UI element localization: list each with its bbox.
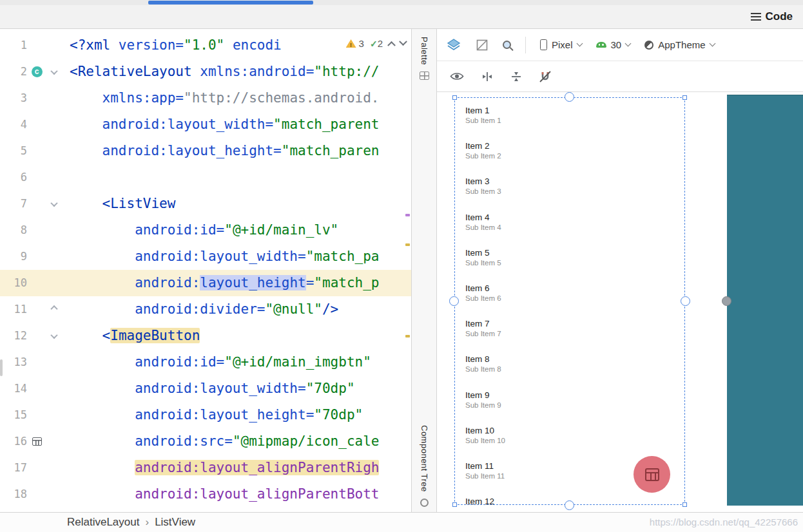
error-stripe-mark[interactable] [405,214,410,216]
code-line[interactable]: 12 <ImageButton [0,323,411,349]
fold-slot [46,307,62,312]
fold-down-icon[interactable] [50,199,57,206]
code-line[interactable]: 8 android:id="@+id/main_lv" [0,217,411,243]
code-line[interactable]: 18 android:layout_alignParentBott [0,481,411,508]
breadcrumb-relativelayout[interactable]: RelativeLayout [67,516,139,529]
code-text [67,164,70,191]
panel-drag-handle[interactable] [722,296,731,306]
list-item-subtitle: Sub Item 3 [465,187,684,195]
code-line[interactable]: 13 android:id="@+id/main_imgbtn" [0,349,411,375]
code-line[interactable]: 16 android:src="@mipmap/icon_cale [0,428,411,455]
code-editor[interactable]: 1<?xml version="1.0" encodi2c<RelativeLa… [0,29,411,512]
resize-handle-bottom-left[interactable] [452,502,457,507]
resize-handle-right[interactable] [681,296,690,306]
list-item[interactable]: Item 12 [465,497,684,504]
component-tree-label: Component Tree [420,425,429,492]
layers-icon[interactable] [446,38,461,52]
list-item-subtitle: Sub Item 6 [465,294,684,302]
api-level-label: 30 [611,39,622,50]
code-line[interactable]: 3 xmlns:app="http://schemas.android. [0,85,411,111]
gutter: 5 [0,138,67,164]
line-number: 17 [0,455,27,481]
align-horizontal-icon[interactable] [481,71,494,82]
blueprint-surface[interactable] [727,95,803,506]
code-line[interactable]: 17 android:layout_alignParentRigh [0,455,411,481]
list-item[interactable]: Item 7Sub Item 7 [465,319,684,354]
design-actions-toolbar [437,61,803,92]
code-line[interactable]: 10 android:layout_height="match_p [0,270,411,296]
view-options-eye-icon[interactable] [450,71,464,81]
zoom-icon[interactable] [503,41,511,49]
breadcrumb-separator: › [145,516,149,529]
resize-handle-left[interactable] [449,296,459,306]
list-item-title: Item 3 [465,176,684,186]
scrollbar-thumb[interactable] [0,359,3,376]
line-number: 12 [0,323,27,349]
fold-slot [46,70,62,75]
list-item[interactable]: Item 1Sub Item 1 [465,106,684,141]
gutter: 2c [0,59,67,85]
code-line[interactable]: 11 android:divider="@null"/> [0,296,411,323]
list-item[interactable]: Item 5Sub Item 5 [465,248,684,283]
selected-listview-preview[interactable]: Item 1Sub Item 1Item 2Sub Item 2Item 3Su… [454,97,685,505]
list-item-title: Item 7 [465,319,684,328]
code-line[interactable]: 2c<RelativeLayout xmlns:android="http:// [0,59,411,85]
next-issue-icon[interactable] [399,37,407,46]
gutter: 3 [0,85,67,111]
resize-handle-bottom-right[interactable] [682,502,687,507]
class-badge-icon: c [32,66,43,77]
gutter: 7 [0,191,67,217]
breadcrumb: RelativeLayout › ListView [67,516,195,529]
code-line[interactable]: 7 <ListView [0,191,411,217]
error-stripe-mark[interactable] [405,335,410,337]
warnings-indicator[interactable]: 3 [346,38,364,49]
tab-component-tree[interactable]: Component Tree [420,425,429,507]
api-level-selector[interactable]: 30 [596,39,631,50]
resize-handle-top-right[interactable] [682,95,687,100]
list-item[interactable]: Item 2Sub Item 2 [465,141,684,176]
breadcrumb-listview[interactable]: ListView [155,516,195,529]
gutter-icon-slot: c [27,66,46,77]
tab-palette[interactable]: Palette [420,37,429,80]
code-editor-lines: 1<?xml version="1.0" encodi2c<RelativeLa… [0,32,411,508]
progress-strip [0,0,803,5]
typos-indicator[interactable]: 2 [370,38,383,49]
gutter: 8 [0,217,67,243]
image-button-preview[interactable] [634,456,670,493]
theme-selector[interactable]: AppTheme [644,39,714,50]
code-line[interactable]: 14 android:layout_width="70dp" [0,375,411,402]
gutter: 14 [0,375,67,402]
gutter: 13 [0,349,67,375]
fold-up-icon[interactable] [50,305,57,312]
previous-issue-icon[interactable] [387,41,396,50]
code-mode-button[interactable]: Code [751,10,793,23]
resize-handle-bottom[interactable] [565,500,574,510]
resize-handle-top-left[interactable] [452,95,457,100]
fold-down-icon[interactable] [50,331,57,338]
fold-down-icon[interactable] [50,67,57,74]
list-item[interactable]: Item 6Sub Item 6 [465,283,684,319]
list-item[interactable]: Item 4Sub Item 4 [465,213,684,248]
list-item[interactable]: Item 9Sub Item 9 [465,390,684,426]
autoconnect-off-magnet-icon[interactable] [539,70,552,83]
inspections-widget[interactable]: 3 2 [346,38,406,49]
design-canvas[interactable]: Item 1Sub Item 1Item 2Sub Item 2Item 3Su… [437,92,803,512]
distribute-vertical-icon[interactable] [510,70,522,83]
code-text: android:layout_height="match_p [67,270,380,296]
code-line[interactable]: 5 android:layout_height="match_paren [0,138,411,164]
list-item[interactable]: Item 8Sub Item 8 [465,354,684,390]
code-line[interactable]: 15 android:layout_height="70dp" [0,402,411,428]
resize-handle-top[interactable] [565,92,574,102]
device-selector[interactable]: Pixel [540,39,582,50]
warning-icon [346,39,356,48]
code-line[interactable]: 9 android:layout_width="match_pa [0,243,411,270]
line-number: 15 [0,402,27,428]
error-stripe-mark[interactable] [405,243,410,246]
blueprint-mode-icon[interactable] [476,39,489,52]
line-number: 8 [0,217,27,243]
code-line[interactable]: 4 android:layout_width="match_parent [0,111,411,138]
list-item[interactable]: Item 3Sub Item 3 [465,176,684,212]
code-line[interactable]: 6 [0,164,411,191]
theme-label: AppTheme [658,39,705,50]
code-text: <ListView [67,191,175,217]
